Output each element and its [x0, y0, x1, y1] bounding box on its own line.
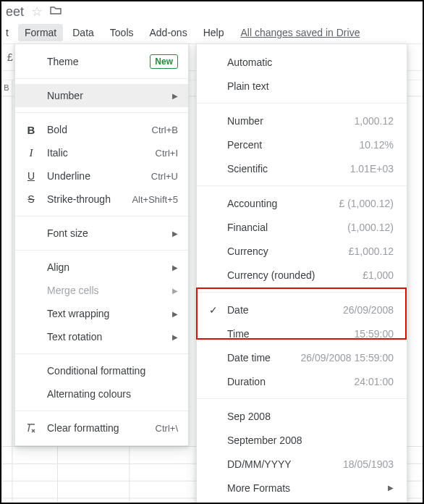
- menu-item-clear-formatting[interactable]: Clear formatting Ctrl+\: [15, 416, 188, 440]
- fmt-date-time[interactable]: Date time26/09/2008 15:59:00: [197, 345, 407, 369]
- chevron-right-icon: ▶: [172, 333, 178, 341]
- fmt-month-short[interactable]: Sep 2008: [197, 404, 407, 428]
- strike-shortcut: Alt+Shift+5: [132, 194, 178, 205]
- fmt-percent[interactable]: Percent10.12%: [197, 133, 407, 156]
- underline-shortcut: Ctrl+U: [151, 171, 178, 182]
- align-label: Align: [47, 261, 164, 273]
- new-badge: New: [150, 54, 178, 69]
- fmt-duration[interactable]: Duration24:01:00: [197, 369, 407, 393]
- underline-label: Underline: [47, 170, 143, 182]
- menu-item-underline[interactable]: U Underline Ctrl+U: [15, 164, 188, 188]
- fmt-currency-rounded[interactable]: Currency (rounded)£1,000: [197, 263, 407, 287]
- menu-item-text-wrapping[interactable]: Text wrapping ▶: [15, 302, 188, 325]
- menu-item-theme[interactable]: Theme New: [15, 50, 188, 73]
- bold-label: Bold: [47, 124, 143, 135]
- star-icon[interactable]: ☆: [31, 4, 43, 20]
- menu-item-text-rotation[interactable]: Text rotation ▶: [15, 325, 188, 348]
- menu-insert-suffix[interactable]: t: [6, 24, 15, 41]
- folder-icon[interactable]: [50, 4, 62, 20]
- fmt-automatic[interactable]: Automatic: [197, 50, 407, 74]
- italic-icon: I: [24, 147, 38, 159]
- chevron-right-icon: ▶: [172, 264, 178, 272]
- clear-formatting-icon: [24, 422, 38, 434]
- fmt-month-long[interactable]: September 2008: [197, 428, 407, 452]
- merge-label: Merge cells: [47, 285, 164, 296]
- format-menu: Theme New Number ▶ B Bold Ctrl+B I Itali…: [14, 43, 189, 446]
- strikethrough-icon: S: [24, 193, 38, 205]
- menu-data[interactable]: Data: [66, 24, 101, 41]
- chevron-right-icon: ▶: [172, 310, 178, 318]
- doc-name-suffix: eet: [6, 4, 24, 20]
- currency-format-button[interactable]: £: [7, 51, 13, 63]
- number-submenu: Automatic Plain text Number1,000.12 Perc…: [196, 43, 407, 504]
- menubar: t Format Data Tools Add-ons Help All cha…: [1, 22, 423, 43]
- chevron-right-icon: ▶: [172, 287, 178, 295]
- strike-label: Strike-through: [47, 193, 123, 205]
- font-size-label: Font size: [47, 227, 164, 239]
- title-bar: eet ☆: [1, 1, 423, 22]
- menu-item-conditional-formatting[interactable]: Conditional formatting: [15, 359, 188, 382]
- fmt-scientific[interactable]: Scientific1.01E+03: [197, 156, 407, 180]
- fmt-date[interactable]: ✓Date26/09/2008: [197, 298, 407, 322]
- fmt-time[interactable]: Time15:59:00: [197, 322, 407, 345]
- menu-item-align[interactable]: Align ▶: [15, 256, 188, 279]
- chevron-right-icon: ▶: [172, 230, 178, 238]
- save-status-link[interactable]: All changes saved in Drive: [240, 27, 360, 38]
- italic-shortcut: Ctrl+I: [156, 148, 178, 159]
- underline-icon: U: [24, 170, 38, 182]
- fmt-accounting[interactable]: Accounting£ (1,000.12): [197, 191, 407, 215]
- alt-label: Alternating colours: [47, 388, 178, 400]
- menu-tools[interactable]: Tools: [103, 24, 140, 41]
- menu-item-bold[interactable]: B Bold Ctrl+B: [15, 118, 188, 141]
- wrap-label: Text wrapping: [47, 308, 164, 319]
- menu-item-alternating-colours[interactable]: Alternating colours: [15, 382, 188, 406]
- italic-label: Italic: [47, 147, 147, 159]
- chevron-right-icon: ▶: [383, 484, 394, 492]
- bold-icon: B: [24, 124, 38, 136]
- menu-item-italic[interactable]: I Italic Ctrl+I: [15, 141, 188, 164]
- check-icon: ✓: [207, 304, 220, 316]
- fmt-financial[interactable]: Financial(1,000.12): [197, 215, 407, 239]
- theme-label: Theme: [47, 56, 141, 67]
- menu-format[interactable]: Format: [18, 24, 63, 41]
- fmt-ddmmyyyy[interactable]: DD/MM/YYYY18/05/1903: [197, 452, 407, 476]
- menu-item-font-size[interactable]: Font size ▶: [15, 222, 188, 245]
- fmt-currency[interactable]: Currency£1,000.12: [197, 239, 407, 263]
- menu-item-strikethrough[interactable]: S Strike-through Alt+Shift+5: [15, 188, 188, 211]
- fmt-plain-text[interactable]: Plain text: [197, 74, 407, 98]
- number-label: Number: [47, 90, 164, 101]
- clear-label: Clear formatting: [47, 422, 147, 434]
- cond-label: Conditional formatting: [47, 365, 178, 377]
- rotate-label: Text rotation: [47, 331, 164, 343]
- chevron-right-icon: ▶: [172, 92, 178, 100]
- fmt-more-formats[interactable]: More Formats▶: [197, 476, 407, 500]
- fmt-number[interactable]: Number1,000.12: [197, 109, 407, 133]
- col-header-b: B: [4, 83, 9, 92]
- clear-shortcut: Ctrl+\: [156, 423, 178, 434]
- menu-help[interactable]: Help: [197, 24, 231, 41]
- bold-shortcut: Ctrl+B: [152, 125, 178, 135]
- menu-item-number[interactable]: Number ▶: [15, 84, 188, 107]
- menu-item-merge-cells[interactable]: Merge cells ▶: [15, 279, 188, 302]
- menu-addons[interactable]: Add-ons: [143, 24, 194, 41]
